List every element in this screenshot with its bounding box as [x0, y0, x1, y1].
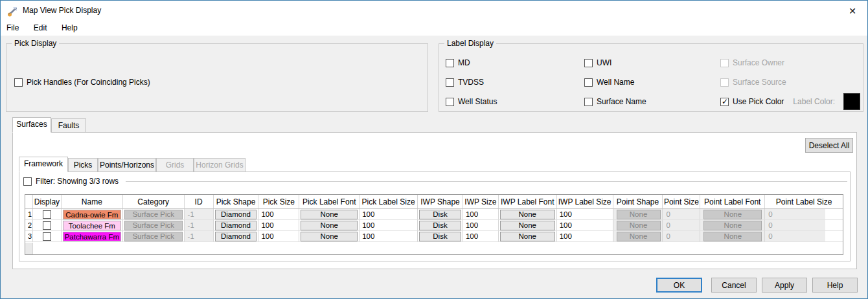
- menu-help[interactable]: Help: [56, 21, 84, 34]
- pick-label-font-cell[interactable]: None: [299, 220, 360, 231]
- col-iwp-size[interactable]: IWP Size: [463, 195, 499, 208]
- pick-label-font-button[interactable]: None: [301, 221, 358, 230]
- col-iwp-shape[interactable]: IWP Shape: [418, 195, 463, 208]
- table-filler-gutter: [25, 243, 33, 254]
- col-point-shape[interactable]: Point Shape: [613, 195, 663, 208]
- help-button[interactable]: Help: [812, 278, 858, 293]
- md-label: MD: [458, 58, 470, 67]
- pick-handles-checkbox[interactable]: Pick Handles (For Coinciding Picks): [14, 78, 150, 87]
- col-pick-size[interactable]: Pick Size: [258, 195, 299, 208]
- tvdss-checkbox-box[interactable]: [446, 78, 454, 87]
- pick-shape-button[interactable]: Diamond: [215, 210, 257, 219]
- col-point-label-size[interactable]: Point Label Size: [765, 195, 843, 208]
- col-point-label-font[interactable]: Point Label Font: [700, 195, 765, 208]
- col-display[interactable]: Display: [33, 195, 62, 208]
- pick-label-font-button[interactable]: None: [301, 210, 358, 219]
- pick-label-font-cell[interactable]: None: [299, 209, 360, 220]
- use-pick-color-checkbox-box[interactable]: [720, 98, 729, 106]
- iwp-label-font-button[interactable]: None: [500, 232, 555, 241]
- iwp-shape-cell[interactable]: Disk: [418, 220, 463, 231]
- tab-points-horizons[interactable]: Points/Horizons: [98, 158, 156, 172]
- filter-checkbox-box[interactable]: [23, 177, 32, 186]
- well-status-checkbox[interactable]: Well Status: [446, 97, 497, 106]
- pick-label-size-cell[interactable]: 100: [360, 209, 418, 220]
- iwp-label-size-cell[interactable]: 100: [557, 220, 613, 231]
- pick-handles-checkbox-box[interactable]: [14, 78, 23, 87]
- well-name-checkbox[interactable]: Well Name: [584, 78, 634, 87]
- iwp-label-font-button[interactable]: None: [500, 221, 555, 230]
- pick-shape-button[interactable]: Diamond: [215, 221, 257, 230]
- tab-faults[interactable]: Faults: [51, 118, 86, 133]
- menu-file[interactable]: File: [1, 21, 25, 34]
- name-chip[interactable]: Patchawarra Fm: [63, 232, 121, 241]
- md-checkbox-box[interactable]: [446, 59, 454, 67]
- tab-framework[interactable]: Framework: [19, 157, 68, 172]
- tvdss-checkbox[interactable]: TVDSS: [446, 78, 484, 87]
- col-iwp-label-font[interactable]: IWP Label Font: [499, 195, 557, 208]
- name-cell[interactable]: Patchawarra Fm: [62, 231, 123, 242]
- use-pick-color-checkbox[interactable]: Use Pick Color Label Color:: [720, 97, 835, 106]
- well-name-checkbox-box[interactable]: [584, 78, 593, 87]
- tab-surfaces[interactable]: Surfaces: [12, 117, 51, 133]
- display-checkbox[interactable]: [43, 221, 51, 230]
- uwi-checkbox[interactable]: UWI: [584, 58, 611, 67]
- close-icon[interactable]: ✕: [844, 3, 861, 19]
- pick-label-size-cell[interactable]: 100: [360, 220, 418, 231]
- display-checkbox[interactable]: [43, 232, 51, 241]
- pick-handles-label: Pick Handles (For Coinciding Picks): [27, 78, 150, 87]
- menu-edit[interactable]: Edit: [28, 21, 53, 34]
- iwp-size-cell[interactable]: 100: [463, 220, 499, 231]
- name-cell[interactable]: Toolachee Fm: [62, 220, 123, 231]
- iwp-size-cell[interactable]: 100: [463, 231, 499, 242]
- pick-size-cell[interactable]: 100: [258, 220, 299, 231]
- iwp-label-size-cell[interactable]: 100: [557, 231, 613, 242]
- iwp-label-font-cell[interactable]: None: [499, 209, 557, 220]
- pick-label-size-cell[interactable]: 100: [360, 231, 418, 242]
- uwi-checkbox-box[interactable]: [584, 59, 593, 67]
- col-id[interactable]: ID: [185, 195, 214, 208]
- iwp-shape-button[interactable]: Disk: [419, 210, 461, 219]
- iwp-label-font-cell[interactable]: None: [499, 220, 557, 231]
- pick-size-cell[interactable]: 100: [258, 231, 299, 242]
- iwp-label-size-cell[interactable]: 100: [557, 209, 613, 220]
- display-checkbox-cell[interactable]: [33, 231, 62, 242]
- display-checkbox-cell[interactable]: [33, 220, 62, 231]
- label-color-swatch[interactable]: [843, 93, 860, 110]
- name-chip[interactable]: Cadna-owie Fm: [63, 210, 121, 219]
- display-checkbox[interactable]: [43, 210, 51, 219]
- cancel-button[interactable]: Cancel: [711, 278, 757, 293]
- deselect-all-button[interactable]: Deselect All: [805, 138, 853, 153]
- col-category[interactable]: Category: [123, 195, 185, 208]
- well-status-checkbox-box[interactable]: [446, 98, 454, 106]
- pick-shape-cell[interactable]: Diamond: [214, 209, 259, 220]
- ok-button[interactable]: OK: [656, 278, 702, 293]
- pick-label-font-button[interactable]: None: [301, 232, 358, 241]
- md-checkbox[interactable]: MD: [446, 58, 470, 67]
- name-chip[interactable]: Toolachee Fm: [63, 221, 121, 230]
- iwp-label-font-cell[interactable]: None: [499, 231, 557, 242]
- iwp-shape-cell[interactable]: Disk: [418, 209, 463, 220]
- iwp-shape-button[interactable]: Disk: [419, 232, 461, 241]
- col-iwp-label-size[interactable]: IWP Label Size: [557, 195, 613, 208]
- filter-checkbox[interactable]: Filter: Showing 3/3 rows: [23, 177, 119, 186]
- apply-button[interactable]: Apply: [762, 278, 807, 293]
- col-pick-label-size[interactable]: Pick Label Size: [360, 195, 418, 208]
- iwp-shape-cell[interactable]: Disk: [418, 231, 463, 242]
- name-cell[interactable]: Cadna-owie Fm: [62, 209, 123, 220]
- pick-label-font-cell[interactable]: None: [299, 231, 360, 242]
- surface-name-checkbox[interactable]: Surface Name: [584, 97, 646, 106]
- surface-name-checkbox-box[interactable]: [584, 98, 593, 106]
- display-checkbox-cell[interactable]: [33, 209, 62, 220]
- pick-shape-cell[interactable]: Diamond: [214, 220, 259, 231]
- pick-shape-cell[interactable]: Diamond: [214, 231, 259, 242]
- tab-picks[interactable]: Picks: [68, 158, 98, 172]
- pick-size-cell[interactable]: 100: [258, 209, 299, 220]
- col-point-size[interactable]: Point Size: [663, 195, 700, 208]
- col-pick-label-font[interactable]: Pick Label Font: [299, 195, 360, 208]
- iwp-shape-button[interactable]: Disk: [419, 221, 461, 230]
- col-pick-shape[interactable]: Pick Shape: [214, 195, 259, 208]
- pick-shape-button[interactable]: Diamond: [215, 232, 257, 241]
- iwp-size-cell[interactable]: 100: [463, 209, 499, 220]
- col-name[interactable]: Name: [62, 195, 123, 208]
- iwp-label-font-button[interactable]: None: [500, 210, 555, 219]
